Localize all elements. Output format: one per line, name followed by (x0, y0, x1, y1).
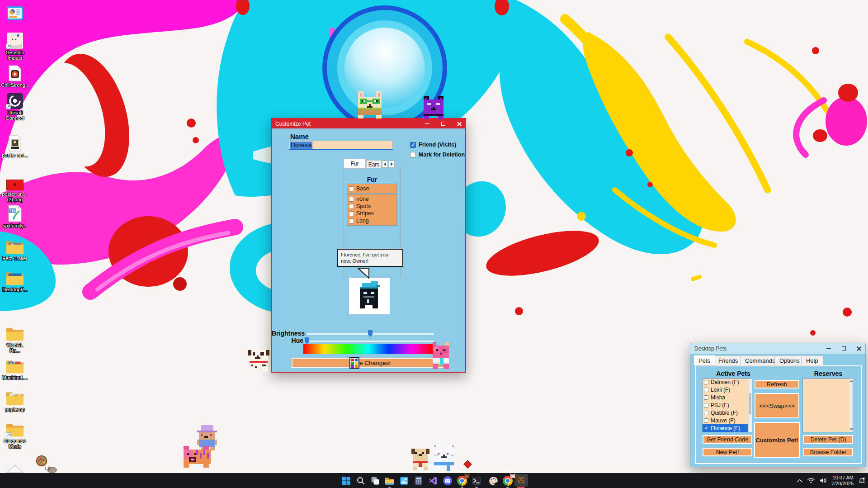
search-button[interactable] (355, 475, 367, 487)
terminal-button[interactable] (471, 475, 482, 487)
get-friend-code-button[interactable]: Get Friend Code (703, 435, 752, 444)
pet-checkbox[interactable] (704, 418, 708, 423)
fur-option-long[interactable]: Long (349, 217, 396, 224)
mark-deletion-checkbox-row[interactable]: Mark for Deletion (410, 152, 465, 158)
notifications-icon[interactable] (859, 477, 865, 484)
desktop-icon-poster-ani[interactable]: poster ani... (1, 134, 29, 158)
pet-striped-cat[interactable] (182, 446, 212, 468)
fur-option-none[interactable]: none (349, 195, 396, 203)
tab-pets[interactable]: Pets (693, 355, 715, 366)
save-changes-button[interactable]: Save Changes! (292, 358, 448, 368)
desktop-icon-webgl-ra[interactable]: WebGL Ra... (1, 324, 29, 353)
wifi-icon[interactable] (807, 478, 815, 483)
pet-checkbox[interactable] (704, 395, 708, 400)
active-pets-list[interactable]: Dalmien (F) Lexii (F) Misha PBJ (F) Quib… (702, 378, 752, 432)
scroll-down-icon[interactable] (849, 428, 853, 431)
tab-options[interactable]: Options (774, 355, 805, 365)
hue-slider[interactable] (307, 341, 434, 342)
taskbar-clock[interactable]: 10:07 AM 7/20/2025 (831, 475, 854, 487)
pet-list-item[interactable]: Dalmien (F) (703, 379, 752, 386)
taskbar[interactable]: 10:07 AM 7/20/2025 (0, 473, 868, 488)
fur-option-stripes[interactable]: Stripes (349, 210, 396, 217)
pet-purple-cat[interactable] (422, 96, 445, 119)
desktop-icon-machinel[interactable]: MachineL... (1, 357, 29, 380)
new-pet-button[interactable]: New Pet! (703, 448, 752, 456)
mark-deletion-checkbox[interactable] (410, 152, 416, 158)
dialog-titlebar[interactable]: Customize Pet (272, 119, 465, 128)
hue-slider-thumb[interactable] (305, 337, 309, 344)
desktop[interactable]: ↗ Genshin Impact ChillStrong... ↗ Ubisof… (0, 0, 868, 488)
desktop-icon-daiquinso-mode[interactable]: ↗ Daiquinso Mode (1, 420, 29, 449)
fur-option-spots[interactable]: Spots (349, 203, 396, 210)
desktop-icon-chillstrong[interactable]: ChillStrong... (1, 64, 29, 88)
base-checkbox[interactable] (349, 186, 354, 191)
refresh-button[interactable]: Refresh (755, 380, 799, 389)
chrome-button[interactable] (502, 475, 514, 487)
pet-checkbox[interactable] (704, 380, 708, 384)
file-explorer-button[interactable] (384, 475, 396, 487)
swap-button[interactable]: <<<Swap>>> (755, 393, 799, 418)
desktop-icon-desktopp[interactable]: DesktopP... (1, 269, 29, 292)
desktop-icon-petz-trailer[interactable]: Petz Trailer (1, 237, 29, 261)
desktop-pets-window[interactable]: Desktop Pets Pets Friends Commands Optio… (690, 343, 866, 467)
close-icon[interactable] (857, 346, 861, 351)
tray-expand-icon[interactable] (797, 479, 802, 483)
paint-button[interactable] (487, 475, 499, 487)
desktop-icon-ubisoft-connect[interactable]: ↗ Ubisoft Connect (1, 92, 29, 121)
pet-partial-white[interactable] (6, 465, 24, 473)
task-view-button[interactable] (369, 475, 381, 487)
minimize-icon[interactable] (826, 348, 831, 349)
tab-scroll-left-button[interactable] (382, 161, 388, 168)
desktop-icon-poster-ani-2[interactable]: poster ani... (2).png (1, 173, 29, 202)
friend-visits-checkbox-row[interactable]: Friend (Visits) (410, 142, 456, 148)
volume-icon[interactable] (820, 478, 826, 483)
maximize-icon[interactable] (441, 122, 445, 126)
brightness-slider-thumb[interactable] (368, 330, 373, 337)
delete-pet-button[interactable]: Delete Pet (D) (803, 435, 853, 444)
minimize-icon[interactable] (425, 123, 429, 124)
pets-window-titlebar[interactable]: Desktop Pets (690, 343, 865, 354)
start-button[interactable] (340, 475, 352, 487)
pet-list-item[interactable]: Mauve (F) (703, 417, 752, 424)
maximize-icon[interactable] (842, 346, 846, 351)
pet-pink-cat-tie[interactable] (431, 342, 451, 369)
stripes-checkbox[interactable] (349, 211, 354, 216)
system-tray[interactable]: 10:07 AM 7/20/2025 (797, 473, 865, 488)
discord-button[interactable] (442, 475, 453, 487)
pet-checkbox[interactable] (704, 388, 708, 392)
desktop-icon-puptemp[interactable]: puptemp (1, 389, 29, 412)
friend-visits-checkbox[interactable] (410, 142, 416, 148)
pet-scarf-cat[interactable] (432, 445, 456, 471)
pet-toy-mouse[interactable] (44, 465, 58, 473)
pet-florence-preview[interactable] (356, 281, 382, 310)
desktop-icon-spxfamily[interactable]: PSD spxfamily... (1, 205, 29, 228)
pet-name-input[interactable]: Florence (289, 141, 393, 150)
pet-checkbox[interactable] (704, 411, 708, 415)
pet-glasses-dog[interactable] (356, 91, 383, 118)
reserves-list[interactable] (802, 378, 853, 432)
tab-scroll-right-button[interactable] (389, 161, 395, 168)
tab-friends[interactable]: Friends (713, 355, 743, 365)
pet-checkbox[interactable] (704, 426, 708, 431)
hue-gradient-bar[interactable] (303, 344, 433, 354)
spots-checkbox[interactable] (349, 204, 354, 209)
long-checkbox[interactable] (349, 218, 354, 223)
fur-option-base[interactable]: Base (349, 185, 396, 192)
tab-help[interactable]: Help (801, 355, 823, 365)
pet-list-item[interactable]: Misha (703, 394, 752, 402)
browse-folder-button[interactable]: Browse Folder (803, 448, 853, 456)
none-checkbox[interactable] (349, 197, 354, 202)
scrollbar-thumb[interactable] (749, 393, 751, 415)
pet-dalmatian[interactable] (246, 348, 271, 372)
desktop-icon-genshin-impact[interactable]: ↗ Genshin Impact (1, 32, 29, 61)
tab-fur[interactable]: Fur (344, 159, 366, 169)
pet-list-item[interactable]: Quibble (F) (703, 409, 752, 417)
reserves-scrollbar[interactable] (849, 379, 853, 432)
pet-list-item[interactable]: Lexii (F) (703, 386, 752, 394)
desktop-icon-system[interactable] (1, 3, 29, 20)
customize-pet-button[interactable]: Customize Pet! (754, 422, 800, 458)
active-pets-scrollbar[interactable] (748, 379, 752, 432)
desktop-pets-app-button[interactable] (514, 474, 528, 487)
pet-heart-dog[interactable] (410, 447, 431, 470)
pet-list-item-selected[interactable]: Florence (F) (703, 424, 752, 432)
